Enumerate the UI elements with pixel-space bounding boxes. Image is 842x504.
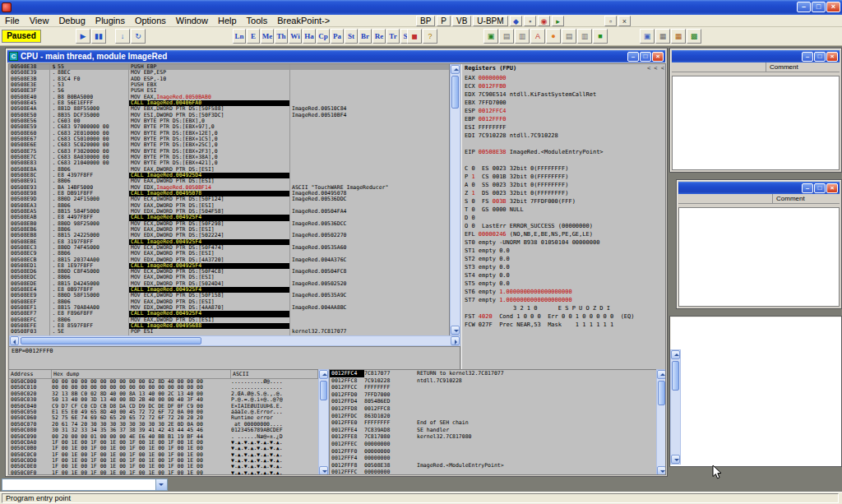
menu-item-help[interactable]: Help [213, 15, 242, 26]
disasm-row[interactable]: 00508ED6.8B0D C8F45000MOV ECX,DWORD PTR … [9, 269, 449, 275]
register-line[interactable]: ECX 0012FFB0 [462, 82, 666, 90]
register-line[interactable] [462, 156, 666, 164]
disasm-row[interactable]: 00508E75.C683 F3020000 00MOV BYTE PTR DS… [9, 149, 449, 155]
dump-row[interactable]: 0050C01000 00 00 00 00 00 00 00 00 00 00… [9, 385, 318, 391]
disasm-row[interactable]: 00508EB6.8B06MOV EAX,DWORD PTR DS:[ESI] [9, 227, 449, 233]
toolbar-letter-Pa[interactable]: Pa [331, 29, 344, 44]
register-line[interactable]: ST4 empty 0.0 [462, 271, 666, 280]
run-icon[interactable]: ▶ [76, 29, 90, 44]
register-line[interactable]: ESP 0012FFC4 [462, 107, 666, 115]
grid3-icon[interactable]: ▩ [687, 29, 701, 44]
disasm-row[interactable]: 00508EA3.8B06MOV EAX,DWORD PTR DS:[ESI] [9, 203, 449, 209]
register-line[interactable]: D 0 [462, 214, 666, 222]
dump-row[interactable]: 0050C0B01F 00 1E 00 1F 00 1E 00 1F 00 1E… [9, 446, 318, 451]
dump-row[interactable]: 0050C09000 20 00 00 01 00 00 00 4E E6 40… [9, 434, 318, 440]
restore-window-icon[interactable]: ▫ [604, 16, 617, 26]
dump-row[interactable]: 0050C08030 31 32 33 34 35 36 37 38 39 41… [9, 428, 318, 433]
menu-plugin-button-ubpm[interactable]: U-BPM [473, 16, 507, 26]
disasm-row[interactable]: 00508E45.E8 56E1EFFFCALL ImageRed.00406F… [9, 100, 449, 106]
stack-row[interactable]: 0012FFD07FFD7000 [330, 391, 656, 399]
menu-plugin-button-vb[interactable]: VB [452, 16, 471, 26]
go-icon[interactable]: ■ [593, 29, 608, 44]
register-line[interactable]: EDI 7C910228 ntdll.7C910228 [462, 132, 666, 140]
disasm-row[interactable]: 00508E39.8BECMOV EBP,ESP [9, 70, 449, 76]
maximize-button[interactable]: □ [812, 2, 826, 12]
disasm-row[interactable]: 00508EC3.8B0D 74F45000MOV ECX,DWORD PTR … [9, 245, 449, 251]
record-icon[interactable]: ● [546, 29, 561, 44]
disasm-row[interactable]: 00508E50.8B35 DCF35000MOV ESI,DWORD PTR … [9, 113, 449, 118]
register-line[interactable]: S 0 FS 003B 32bit 7FFDF000(FFF) [462, 197, 666, 206]
menu-item-debug[interactable]: Debug [53, 15, 90, 26]
dump-row[interactable]: 0050C050E1 E5 E0 49 65 8D 40 00 45 72 72… [9, 409, 318, 415]
disasm-row[interactable]: 00508E40.B8 B0BA5000MOV EAX,ImageRed.005… [9, 95, 449, 100]
register-line[interactable]: EBX 7FFD7000 [462, 99, 666, 107]
rw2-maximize-button[interactable]: □ [814, 183, 826, 193]
disasm-row[interactable]: 00508E56.C603 00MOV BYTE PTR DS:[EBX],0 [9, 118, 449, 124]
register-line[interactable]: ST5 empty 0.0 [462, 280, 666, 288]
toolbar-letter-Tr[interactable]: Tr [386, 29, 400, 44]
register-line[interactable]: A 0 SS 0023 32bit 0(FFFFFFFF) [462, 181, 666, 189]
rw1-body[interactable] [672, 76, 840, 170]
toolbar-letter-Me[interactable]: Me [261, 29, 274, 44]
disasm-row[interactable]: 00508E60.C683 2E010000 00MOV BYTE PTR DS… [9, 131, 449, 136]
register-line[interactable]: ESI FFFFFFFF [462, 123, 666, 132]
disasm-row[interactable]: 00508EDE.8B15 D4245000MOV EDX,DWORD PTR … [9, 281, 449, 287]
register-line[interactable]: C 0 ES 0023 32bit 0(FFFFFFFF) [462, 164, 666, 173]
register-line[interactable]: ST1 empty 0.0 [462, 247, 666, 255]
pause-icon[interactable]: ▮▮ [91, 29, 106, 44]
register-line[interactable]: EFL 00000246 (NO,NB,E,BE,NS,PE,GE,LE) [462, 230, 666, 238]
register-line[interactable]: ST0 empty -UNORM B938 01050104 00000000 [462, 238, 666, 247]
register-line[interactable]: 3 2 1 0 E S P U O Z D I [462, 304, 666, 312]
disasm-row[interactable]: 00508EF1.8B15 70A84A00MOV EDX,DWORD PTR … [9, 305, 449, 311]
menu-plugin-button-p[interactable]: P [437, 16, 451, 26]
disasm-row[interactable]: 00508F03.5EPOP ESIkernel32.7C817077 [9, 329, 449, 335]
disassembly-hscrollbar[interactable] [9, 335, 460, 346]
breakpoint-icon[interactable]: ◼ [407, 29, 422, 44]
register-line[interactable]: O 0 LastErr ERROR_SUCCESS (00000000) [462, 222, 666, 230]
rw1-maximize-button[interactable]: □ [814, 52, 826, 62]
disassembly-vscrollbar[interactable] [450, 64, 460, 335]
register-line[interactable]: ST6 empty 1.0000000000000000000 [462, 288, 666, 296]
disasm-row[interactable]: 00508EFC.8B06MOV EAX,DWORD PTR DS:[ESI] [9, 317, 449, 323]
toolbar-letter-E[interactable]: E [247, 29, 260, 44]
dump-header-ascii[interactable]: ASCII [231, 370, 318, 378]
register-line[interactable]: T 0 GS 0000 NULL [462, 206, 666, 214]
dump-row[interactable]: 0050C00000 00 00 00 00 00 00 00 00 00 02… [9, 379, 318, 385]
grid2-icon[interactable]: ▦ [671, 29, 686, 44]
dump-row[interactable]: 0050C03050 13 40 00 3D 13 40 00 8D 2B 40… [9, 397, 318, 403]
disasm-row[interactable]: 00508EEF.8B06MOV EAX,DWORD PTR DS:[ESI] [9, 299, 449, 305]
cpu-maximize-button[interactable]: □ [640, 52, 651, 62]
dump-header-address[interactable]: Address [9, 370, 52, 378]
dump-row[interactable]: 0050C0C01F 00 1E 00 1F 00 1E 00 1F 00 1E… [9, 452, 318, 458]
disasm-row[interactable]: 00508E3B.83C4 F0ADD ESP,-10 [9, 76, 449, 82]
stack-row[interactable]: 0012FFE87C817080kernel32.7C817080 [330, 433, 656, 441]
register-line[interactable]: ST2 empty 0.0 [462, 255, 666, 263]
toolbar-letter-Th[interactable]: Th [275, 29, 288, 44]
appearance-icon[interactable]: A [530, 29, 545, 44]
register-line[interactable]: EAX 00000000 [462, 74, 666, 82]
stack-row[interactable]: 0012FFD48054B6ED [330, 398, 656, 405]
register-line[interactable]: Z 1 DS 0023 32bit 0(FFFFFFFF) [462, 189, 666, 197]
dump-row[interactable]: 0050C0F01F 00 1E 00 1F 00 1E 00 1F 00 1E… [9, 470, 318, 475]
close-button[interactable]: × [826, 2, 840, 12]
module-icon[interactable]: ▪ [524, 16, 536, 26]
rw1-close-button[interactable]: × [826, 52, 838, 62]
rw1-minimize-button[interactable]: – [802, 52, 813, 62]
window-icon[interactable]: ▣ [640, 29, 655, 44]
toolbar-letter-Cp[interactable]: Cp [317, 29, 330, 44]
register-line[interactable]: EIP 00508E38 ImageRed.<ModuleEntryPoint> [462, 148, 666, 156]
disasm-row[interactable]: 00508EB8.8B15 24225000MOV EDX,DWORD PTR … [9, 233, 449, 238]
register-line[interactable]: EDX 7C90E514 ntdll.KiFastSystemCallRet [462, 90, 666, 99]
dump-vscrollbar[interactable] [318, 369, 329, 475]
dump-row[interactable]: 0050C06052 75 6E 74 69 6D 65 20 65 72 72… [9, 415, 318, 421]
rw2-minimize-button[interactable]: – [802, 183, 813, 193]
disasm-row[interactable]: 00508E98.E8 DB91F8FFCALL ImageRed.004950… [9, 191, 449, 197]
stack-row[interactable]: 0012FFF000000000 [330, 448, 656, 455]
flag-icon[interactable]: ▸ [552, 16, 564, 26]
stack-row[interactable]: 0012FFDC863D1020 [330, 413, 656, 420]
disasm-row[interactable]: 00508EA5.8B15 584F5000MOV EDX,DWORD PTR … [9, 209, 449, 215]
register-line[interactable]: EBP 0012FFF0 [462, 115, 666, 123]
menu-item-options[interactable]: Options [130, 15, 171, 26]
doc3-icon[interactable]: ▤ [562, 29, 576, 44]
registers-collapse-marks[interactable]: < < < [647, 64, 664, 74]
